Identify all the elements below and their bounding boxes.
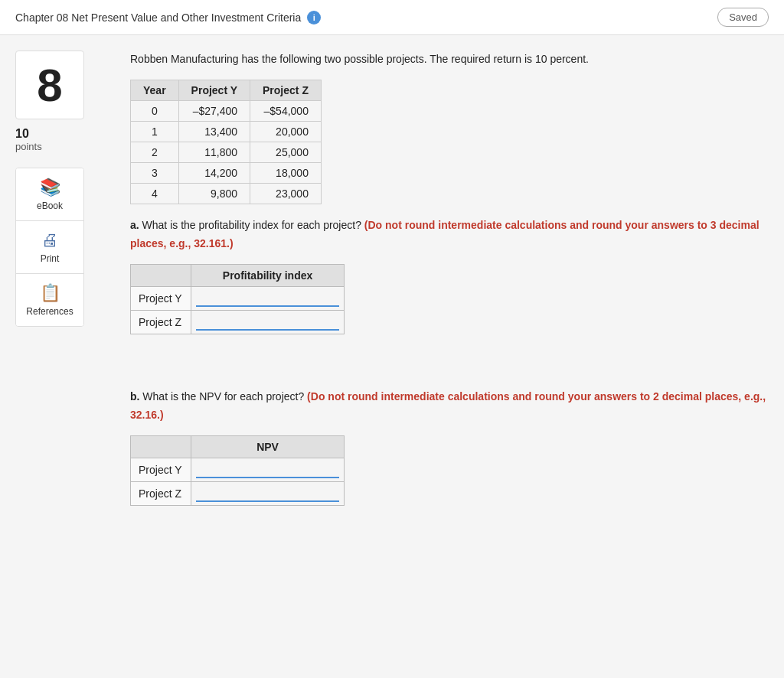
data-cell-2-2: 25,000 xyxy=(250,142,322,163)
data-cell-1-1: 13,400 xyxy=(178,122,250,142)
answer-b-col-header: NPV xyxy=(191,435,345,458)
table-row: Project Z xyxy=(131,481,345,505)
npv-z-input[interactable] xyxy=(196,485,339,502)
answer-b-row1-cell xyxy=(191,458,345,481)
saved-badge: Saved xyxy=(717,8,769,27)
question-a: a. What is the profitability index for e… xyxy=(130,217,769,253)
answer-table-b: NPV Project Y Project Z xyxy=(130,435,345,506)
question-b: b. What is the NPV for each project? (Do… xyxy=(130,388,769,425)
print-tool[interactable]: 🖨 Print xyxy=(16,221,83,274)
problem-description: Robben Manufacturing has the following t… xyxy=(130,51,769,67)
data-cell-1-2: 20,000 xyxy=(250,122,322,142)
answer-b-row2-cell xyxy=(191,481,345,505)
question-a-text: What is the profitability index for each… xyxy=(139,219,364,231)
col-project-z: Project Z xyxy=(250,80,322,101)
answer-a-row2-label: Project Z xyxy=(131,310,191,334)
data-cell-4-2: 23,000 xyxy=(250,184,322,204)
answer-a-row1-label: Project Y xyxy=(131,286,191,310)
ebook-icon: 📚 xyxy=(40,178,60,197)
chapter-badge: 8 xyxy=(15,51,84,119)
data-cell-3-0: 3 xyxy=(131,163,179,184)
data-table: Year Project Y Project Z 0–$27,400–$54,0… xyxy=(130,80,322,204)
data-cell-0-2: –$54,000 xyxy=(250,101,322,122)
answer-a-blank-header xyxy=(131,264,191,286)
answer-table-a: Profitability index Project Y Project Z xyxy=(130,264,345,334)
npv-y-input[interactable] xyxy=(196,461,339,478)
sidebar-tools: 📚 eBook 🖨 Print 📋 References xyxy=(15,168,84,327)
table-row: 0–$27,400–$54,000 xyxy=(131,101,322,122)
ebook-label: eBook xyxy=(37,200,63,211)
answer-b-blank-header xyxy=(131,435,191,458)
answer-a-col-header: Profitability index xyxy=(191,264,345,286)
print-label: Print xyxy=(41,253,60,264)
data-cell-0-1: –$27,400 xyxy=(178,101,250,122)
answer-b-row1-label: Project Y xyxy=(131,458,191,481)
points-value: 10 xyxy=(15,127,115,141)
table-row: Project Y xyxy=(131,286,345,310)
table-row: Project Y xyxy=(131,458,345,481)
table-row: 211,80025,000 xyxy=(131,142,322,163)
top-bar: Chapter 08 Net Present Value and Other I… xyxy=(0,0,784,35)
table-row: 314,20018,000 xyxy=(131,163,322,184)
main-content: Robben Manufacturing has the following t… xyxy=(115,51,769,664)
left-sidebar: 8 10 points 📚 eBook 🖨 Print 📋 References xyxy=(15,51,115,664)
table-row: Project Z xyxy=(131,310,345,334)
section-spacer xyxy=(130,357,769,388)
col-year: Year xyxy=(131,80,179,101)
data-cell-4-0: 4 xyxy=(131,184,179,204)
page-title: Chapter 08 Net Present Value and Other I… xyxy=(15,11,301,24)
references-label: References xyxy=(26,306,73,317)
data-cell-3-2: 18,000 xyxy=(250,163,322,184)
table-row: 49,80023,000 xyxy=(131,184,322,204)
references-icon: 📋 xyxy=(40,283,60,303)
header-title-area: Chapter 08 Net Present Value and Other I… xyxy=(15,11,321,24)
print-icon: 🖨 xyxy=(41,230,58,250)
question-b-text: What is the NPV for each project? xyxy=(139,390,307,403)
table-row: 113,40020,000 xyxy=(131,122,322,142)
data-cell-0-0: 0 xyxy=(131,101,179,122)
data-cell-1-0: 1 xyxy=(131,122,179,142)
ebook-tool[interactable]: 📚 eBook xyxy=(16,168,83,221)
info-icon[interactable]: i xyxy=(307,11,321,24)
page-layout: 8 10 points 📚 eBook 🖨 Print 📋 References… xyxy=(0,35,784,678)
question-a-prefix: a. xyxy=(130,219,139,231)
points-text: points xyxy=(15,141,42,152)
profitability-index-y-input[interactable] xyxy=(196,290,339,307)
question-b-prefix: b. xyxy=(130,390,139,403)
references-tool[interactable]: 📋 References xyxy=(16,274,83,326)
data-cell-2-0: 2 xyxy=(131,142,179,163)
data-cell-4-1: 9,800 xyxy=(178,184,250,204)
profitability-index-z-input[interactable] xyxy=(196,314,339,331)
answer-b-row2-label: Project Z xyxy=(131,481,191,505)
data-cell-2-1: 11,800 xyxy=(178,142,250,163)
answer-a-row2-cell xyxy=(191,310,345,334)
data-cell-3-1: 14,200 xyxy=(178,163,250,184)
points-label: 10 points xyxy=(15,127,115,152)
answer-a-row1-cell xyxy=(191,286,345,310)
col-project-y: Project Y xyxy=(178,80,250,101)
